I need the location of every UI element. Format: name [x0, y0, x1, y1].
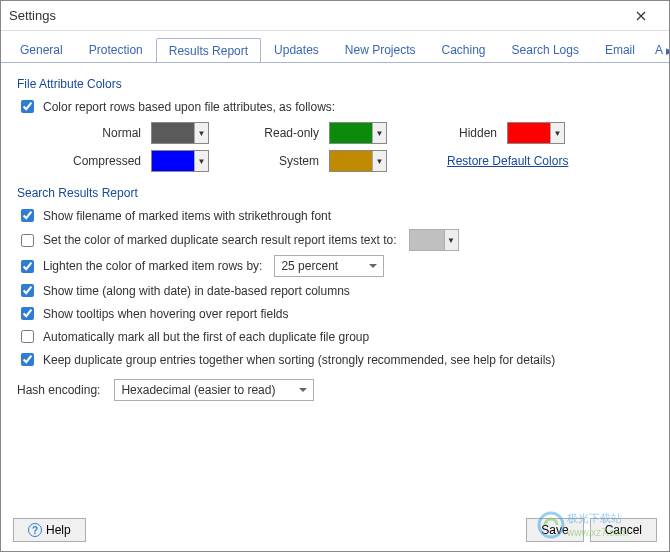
marked-color-swatch [410, 230, 444, 250]
readonly-color-picker[interactable]: ▼ [329, 122, 387, 144]
chevron-down-icon: ▼ [194, 123, 208, 143]
marked-color-checkbox[interactable] [21, 234, 34, 247]
marked-color-picker[interactable]: ▼ [409, 229, 459, 251]
lighten-checkbox[interactable] [21, 260, 34, 273]
compressed-swatch [152, 151, 194, 171]
color-row-2: Compressed ▼ System ▼ Restore Default Co… [61, 150, 653, 172]
tooltips-label: Show tooltips when hovering over report … [43, 307, 288, 321]
window-title: Settings [9, 8, 621, 23]
system-color-picker[interactable]: ▼ [329, 150, 387, 172]
lighten-percent-select[interactable]: 25 percent [274, 255, 384, 277]
hash-encoding-label: Hash encoding: [17, 383, 100, 397]
color-rows-checkbox-row: Color report rows based upon file attrib… [17, 97, 653, 116]
help-button[interactable]: ? Help [13, 518, 86, 542]
strikethrough-checkbox[interactable] [21, 209, 34, 222]
tab-email[interactable]: Email [592, 37, 648, 62]
hidden-swatch [508, 123, 550, 143]
marked-color-row: Set the color of marked duplicate search… [17, 229, 653, 251]
tab-overflow[interactable]: A ▶ [648, 37, 669, 62]
tab-general[interactable]: General [7, 37, 76, 62]
compressed-label: Compressed [61, 154, 141, 168]
hash-encoding-row: Hash encoding: Hexadecimal (easier to re… [17, 379, 653, 401]
chevron-down-icon: ▼ [194, 151, 208, 171]
hash-encoding-select[interactable]: Hexadecimal (easier to read) [114, 379, 314, 401]
titlebar: Settings [1, 1, 669, 31]
chevron-down-icon: ▼ [550, 123, 564, 143]
system-swatch [330, 151, 372, 171]
auto-mark-row: Automatically mark all but the first of … [17, 327, 653, 346]
tab-search-logs[interactable]: Search Logs [499, 37, 592, 62]
color-row-1: Normal ▼ Read-only ▼ Hidden ▼ [61, 122, 653, 144]
chevron-right-icon: ▶ [666, 46, 669, 56]
tab-caching[interactable]: Caching [429, 37, 499, 62]
close-icon [636, 11, 646, 21]
system-label: System [249, 154, 319, 168]
keep-grouped-checkbox[interactable] [21, 353, 34, 366]
compressed-color-picker[interactable]: ▼ [151, 150, 209, 172]
tab-new-projects[interactable]: New Projects [332, 37, 429, 62]
keep-grouped-row: Keep duplicate group entries together wh… [17, 350, 653, 369]
chevron-down-icon: ▼ [444, 230, 458, 250]
chevron-down-icon: ▼ [372, 123, 386, 143]
readonly-label: Read-only [249, 126, 319, 140]
chevron-down-icon: ▼ [372, 151, 386, 171]
hidden-color-picker[interactable]: ▼ [507, 122, 565, 144]
auto-mark-checkbox[interactable] [21, 330, 34, 343]
tab-updates[interactable]: Updates [261, 37, 332, 62]
help-icon: ? [28, 523, 42, 537]
strikethrough-label: Show filename of marked items with strik… [43, 209, 331, 223]
search-results-report-heading: Search Results Report [17, 186, 653, 200]
tab-content: File Attribute Colors Color report rows … [1, 63, 669, 507]
lighten-row: Lighten the color of marked item rows by… [17, 255, 653, 277]
keep-grouped-label: Keep duplicate group entries together wh… [43, 353, 555, 367]
restore-default-colors-link[interactable]: Restore Default Colors [447, 154, 568, 168]
tooltips-checkbox[interactable] [21, 307, 34, 320]
tab-results-report[interactable]: Results Report [156, 38, 261, 63]
readonly-swatch [330, 123, 372, 143]
strikethrough-row: Show filename of marked items with strik… [17, 206, 653, 225]
normal-swatch [152, 123, 194, 143]
window-close-button[interactable] [621, 2, 661, 30]
normal-color-picker[interactable]: ▼ [151, 122, 209, 144]
file-attribute-colors-heading: File Attribute Colors [17, 77, 653, 91]
marked-color-label: Set the color of marked duplicate search… [43, 233, 397, 247]
dialog-button-bar: ? Help Save Cancel [1, 509, 669, 551]
color-rows-checkbox[interactable] [21, 100, 34, 113]
tooltips-row: Show tooltips when hovering over report … [17, 304, 653, 323]
tab-strip: General Protection Results Report Update… [1, 31, 669, 63]
show-time-checkbox[interactable] [21, 284, 34, 297]
show-time-row: Show time (along with date) in date-base… [17, 281, 653, 300]
auto-mark-label: Automatically mark all but the first of … [43, 330, 369, 344]
show-time-label: Show time (along with date) in date-base… [43, 284, 350, 298]
settings-window: Settings General Protection Results Repo… [0, 0, 670, 552]
tab-protection[interactable]: Protection [76, 37, 156, 62]
lighten-label: Lighten the color of marked item rows by… [43, 259, 262, 273]
color-rows-label: Color report rows based upon file attrib… [43, 100, 335, 114]
save-button[interactable]: Save [526, 518, 583, 542]
hidden-label: Hidden [437, 126, 497, 140]
normal-label: Normal [61, 126, 141, 140]
cancel-button[interactable]: Cancel [590, 518, 657, 542]
